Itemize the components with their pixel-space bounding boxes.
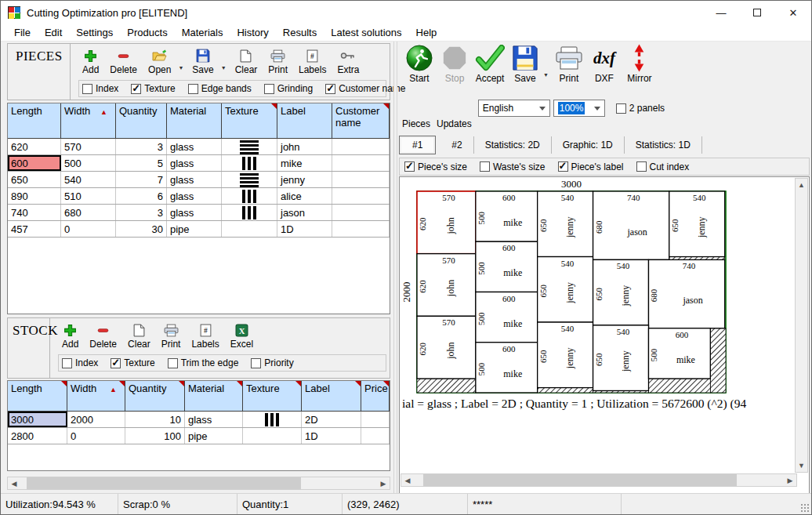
save-button[interactable]: Save [188,47,217,76]
piece-mike[interactable]: 600500mike [649,328,711,379]
cell-width[interactable]: 0 [67,428,125,444]
open-button[interactable]: Open [144,47,175,76]
piece-jason[interactable]: 740680jason [649,259,725,328]
scroll-thumb[interactable] [27,477,301,489]
cell-length[interactable]: 740 [8,205,61,220]
cell-customer[interactable] [332,172,390,187]
piece-jenny[interactable]: 540650jenny [538,191,593,257]
tab-statistics-2d[interactable]: Statistics: 2D [474,136,552,154]
cell-quantity[interactable]: 7 [116,172,167,187]
checkbox-edge-bands[interactable]: Edge bands [188,83,252,94]
scroll-thumb[interactable] [423,474,737,486]
cell-customer[interactable] [332,155,390,171]
piece-jenny[interactable]: 540650jenny [538,322,593,388]
piece-jenny[interactable]: 540650jenny [538,257,593,323]
cell-quantity[interactable]: 10 [125,412,185,427]
piece-mike[interactable]: 600500mike [476,191,538,241]
stop-button[interactable]: Stop [437,43,472,84]
cell-width[interactable]: 0 [61,221,116,237]
checkbox-piece-s-label[interactable]: ✓Piece's label [558,161,624,172]
cell-customer[interactable] [332,188,390,204]
cell-quantity[interactable]: 6 [116,188,167,204]
column-header-material[interactable]: Material [167,103,222,138]
cell-material[interactable]: pipe [185,428,243,444]
cell-label[interactable]: john [277,139,332,154]
column-header-label[interactable]: Label [302,381,361,411]
menu-item-results[interactable]: Results [276,25,324,40]
scroll-left-arrow-icon[interactable]: ◀ [401,474,414,486]
checkbox-index[interactable]: Index [62,357,98,368]
cell-texture[interactable] [222,188,277,204]
stock-table-hscrollbar[interactable]: ◀ ▶ [7,477,390,490]
scroll-up-arrow-icon[interactable]: ▲ [796,179,807,191]
dropdown-arrow-icon[interactable]: ▼ [543,72,549,78]
column-header-width[interactable]: Width▲ [61,103,116,138]
cell-quantity[interactable]: 3 [116,139,167,154]
menu-item-edit[interactable]: Edit [38,25,69,40]
cell-material[interactable]: glass [167,172,222,187]
start-button[interactable]: Start [402,43,437,84]
cell-material[interactable]: glass [167,155,222,171]
checkbox-priority[interactable]: Priority [251,357,293,368]
column-header-length[interactable]: Length [8,103,61,138]
cell-texture[interactable] [222,139,277,154]
cell-width[interactable]: 510 [61,188,116,204]
cell-material[interactable]: glass [185,412,243,427]
checkbox-waste-s-size[interactable]: Waste's size [480,161,546,172]
cell-label[interactable]: 2D [302,412,361,427]
cell-width[interactable]: 540 [61,172,116,187]
tab--2[interactable]: #2 [440,136,473,154]
menu-item-help[interactable]: Help [409,25,444,40]
dropdown-arrow-icon[interactable]: ▼ [221,65,227,71]
close-button[interactable]: ✕ [775,1,811,24]
menu-item-file[interactable]: File [7,25,38,40]
checkbox-grinding[interactable]: Grinding [264,83,313,94]
cell-length[interactable]: 600 [8,155,61,171]
cell-length[interactable]: 457 [8,221,61,237]
cell-customer[interactable] [332,205,390,220]
piece-john[interactable]: 570620john [417,316,476,379]
delete-button[interactable]: Delete [106,47,141,76]
cell-label[interactable]: 1D [277,221,332,237]
language-select[interactable]: English [478,100,550,117]
save-large-button[interactable]: Save [508,43,542,84]
cell-label[interactable]: alice [277,188,332,204]
labels-button[interactable]: #Labels [187,321,223,350]
mirror-button[interactable]: Mirror [622,43,657,84]
piece-mike[interactable]: 600500mike [476,241,538,292]
menu-item-latest-solutions[interactable]: Latest solutions [324,25,408,40]
scroll-left-arrow-icon[interactable]: ◀ [8,477,20,489]
piece-mike[interactable]: 600500mike [476,343,538,393]
scroll-right-arrow-icon[interactable]: ▶ [784,474,796,486]
column-header-texture[interactable]: Texture [222,103,277,138]
clear-button[interactable]: Clear [124,321,154,350]
menu-item-products[interactable]: Products [120,25,174,40]
menu-item-settings[interactable]: Settings [69,25,120,40]
cell-price[interactable] [361,428,390,444]
dropdown-arrow-icon[interactable]: ▼ [178,65,183,71]
cell-label[interactable]: 1D [302,428,361,444]
cell-customer[interactable] [332,139,390,154]
menu-item-materials[interactable]: Materials [175,25,230,40]
cell-quantity[interactable]: 30 [116,221,167,237]
cell-length[interactable]: 2800 [8,428,67,444]
print-large-button[interactable]: Print [552,43,586,84]
cell-label[interactable]: jenny [277,172,332,187]
cell-texture[interactable] [243,428,302,444]
menu-item-history[interactable]: History [230,25,275,40]
cell-width[interactable]: 680 [61,205,116,220]
cell-price[interactable] [361,412,390,427]
cell-length[interactable]: 3000 [8,412,67,427]
cell-texture[interactable] [222,172,277,187]
checkbox-texture[interactable]: ✓Texture [111,357,154,368]
column-header-quantity[interactable]: Quantity [116,103,167,138]
pieces-view-button[interactable]: Pieces [402,95,430,129]
cell-quantity[interactable]: 3 [116,205,167,220]
cell-texture[interactable] [222,155,277,171]
excel-button[interactable]: XExcel [227,321,257,350]
zoom-select[interactable]: 100% [553,100,605,117]
scroll-down-arrow-icon[interactable]: ▼ [796,459,807,472]
cell-length[interactable]: 620 [8,139,61,154]
cell-customer[interactable] [332,221,390,237]
scroll-right-arrow-icon[interactable]: ▶ [377,477,390,489]
